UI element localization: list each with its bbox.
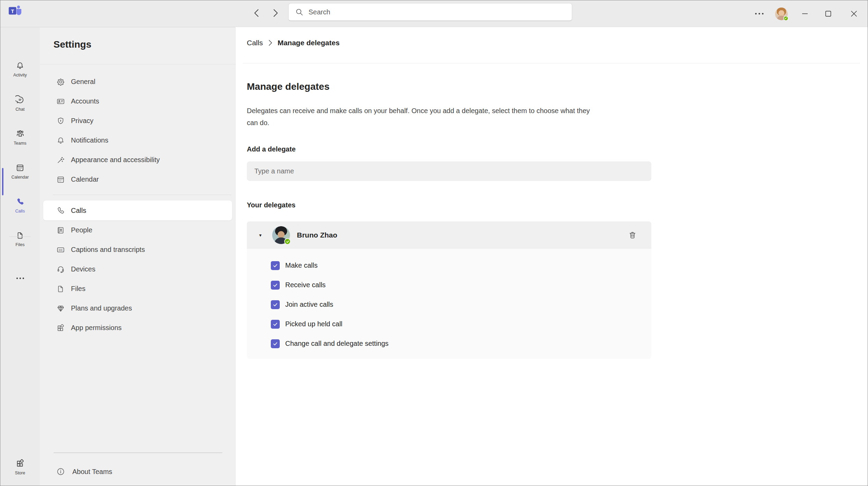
rail-item-chat[interactable]: Chat: [0, 95, 40, 112]
your-delegates-label: Your delegates: [247, 201, 296, 209]
breadcrumb: Calls Manage delegates: [247, 39, 340, 47]
rail-divider: [9, 236, 31, 237]
info-circle-icon: [56, 467, 65, 476]
rail-item-files[interactable]: Files: [0, 231, 40, 247]
search-box[interactable]: [288, 3, 572, 21]
settings-item-label: Plans and upgrades: [71, 304, 132, 312]
calendar-icon: [56, 175, 65, 184]
about-teams-label: About Teams: [72, 468, 112, 476]
chevron-left-icon: [253, 9, 260, 17]
checkbox-make-calls[interactable]: [271, 261, 280, 270]
closed-captions-icon: CC: [56, 245, 65, 254]
checkbox-picked-up-held-call[interactable]: [271, 320, 280, 329]
settings-item-calls[interactable]: Calls: [43, 201, 232, 220]
settings-item-calendar[interactable]: Calendar: [43, 170, 232, 189]
chevron-right-icon: [268, 39, 273, 46]
store-icon: [15, 459, 25, 468]
rail-item-teams[interactable]: Teams: [0, 129, 40, 146]
permission-label[interactable]: Make calls: [285, 262, 317, 269]
app-rail: Activity Chat Teams Calendar Calls Files: [0, 27, 40, 486]
close-button[interactable]: [840, 0, 868, 27]
settings-item-accounts[interactable]: Accounts: [43, 92, 232, 111]
settings-item-appearance[interactable]: Appearance and accessibility: [43, 150, 232, 170]
settings-item-label: Appearance and accessibility: [71, 156, 160, 164]
back-button[interactable]: [251, 7, 262, 19]
collapse-caret-icon[interactable]: ▾: [259, 232, 265, 238]
settings-item-general[interactable]: General: [43, 72, 232, 92]
avatar: [775, 8, 788, 20]
content-divider: [243, 63, 860, 63]
permission-label[interactable]: Receive calls: [285, 281, 326, 289]
checkbox-receive-calls[interactable]: [271, 281, 280, 290]
people-group-icon: [15, 129, 25, 138]
close-icon: [850, 10, 858, 17]
diamond-icon: [56, 304, 65, 313]
search-input[interactable]: [308, 3, 572, 21]
delegate-row[interactable]: ▾ Bruno Zhao: [247, 221, 651, 249]
forward-button[interactable]: [270, 7, 281, 19]
rail-item-calendar[interactable]: Calendar: [0, 163, 40, 180]
settings-item-label: Privacy: [71, 117, 94, 125]
permission-row: Change call and delegate settings: [271, 334, 651, 353]
settings-item-files[interactable]: Files: [43, 279, 232, 299]
settings-title: Settings: [53, 39, 91, 50]
teams-window: T: [0, 0, 868, 486]
rail-item-label: Files: [15, 242, 24, 247]
account-avatar-button[interactable]: [769, 0, 794, 27]
settings-content: Calls Manage delegates Manage delegates …: [236, 27, 868, 486]
delete-delegate-button[interactable]: [627, 229, 638, 241]
settings-item-captions[interactable]: CC Captions and transcripts: [43, 240, 232, 259]
settings-item-people[interactable]: People: [43, 220, 232, 240]
rail-more-apps-button[interactable]: [0, 277, 40, 280]
sidebar-divider: [53, 452, 222, 453]
bell-icon: [56, 136, 65, 145]
rail-item-label: Calendar: [11, 175, 29, 180]
settings-item-app-permissions[interactable]: App permissions: [43, 318, 232, 338]
headset-icon: [56, 265, 65, 274]
ellipsis-icon: [755, 12, 764, 15]
permission-row: Receive calls: [271, 275, 651, 295]
checkbox-join-active-calls[interactable]: [271, 300, 280, 309]
settings-item-plans[interactable]: Plans and upgrades: [43, 299, 232, 318]
about-teams-button[interactable]: About Teams: [56, 467, 112, 476]
calendar-icon: [15, 163, 25, 172]
gear-icon: [56, 77, 65, 86]
settings-item-notifications[interactable]: Notifications: [43, 131, 232, 150]
delegate-permissions: Make calls Receive calls Join active cal…: [247, 249, 651, 359]
settings-nav: General Accounts Privacy Notifications A…: [43, 72, 232, 338]
add-delegate-label: Add a delegate: [247, 145, 296, 153]
maximize-button[interactable]: [816, 0, 840, 27]
settings-item-devices[interactable]: Devices: [43, 259, 232, 279]
settings-item-label: General: [71, 78, 95, 86]
settings-item-label: App permissions: [71, 324, 122, 332]
page-description: Delegates can receive and make calls on …: [247, 105, 595, 129]
rail-item-calls[interactable]: Calls: [0, 197, 40, 214]
permission-label[interactable]: Join active calls: [285, 301, 333, 308]
minimize-button[interactable]: [794, 0, 816, 27]
teams-logo-icon: T: [8, 4, 22, 17]
page-title: Manage delegates: [247, 81, 329, 92]
settings-item-label: Devices: [71, 265, 95, 273]
rail-item-store[interactable]: Store: [0, 459, 40, 475]
permission-label[interactable]: Change call and delegate settings: [285, 340, 388, 348]
rail-item-label: Teams: [14, 141, 26, 146]
rail-item-label: Store: [15, 471, 25, 475]
sidebar-divider: [40, 64, 235, 64]
more-options-button[interactable]: [750, 0, 769, 27]
permission-row: Join active calls: [271, 295, 651, 314]
rail-item-activity[interactable]: Activity: [0, 61, 40, 77]
chat-bubble-icon: [15, 95, 25, 105]
breadcrumb-calls-link[interactable]: Calls: [247, 39, 263, 47]
add-delegate-input[interactable]: [247, 161, 651, 181]
permission-label[interactable]: Picked up held call: [285, 320, 342, 328]
app-grid-icon: [56, 324, 65, 332]
checkbox-change-settings[interactable]: [271, 339, 280, 348]
settings-sidebar: Settings General Accounts Privacy Notifi…: [40, 27, 236, 486]
phone-icon: [15, 197, 25, 206]
presence-available-badge: [284, 238, 291, 245]
presence-available-badge: [783, 16, 788, 21]
delegate-avatar: [272, 226, 290, 244]
id-card-icon: [56, 97, 65, 106]
settings-item-privacy[interactable]: Privacy: [43, 111, 232, 131]
wand-icon: [56, 156, 65, 165]
